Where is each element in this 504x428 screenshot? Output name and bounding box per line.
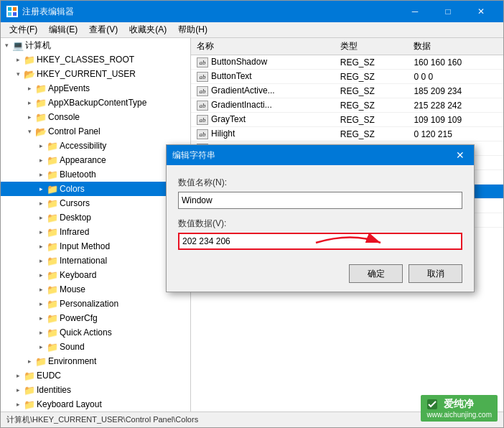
cancel-button[interactable]: 取消 <box>409 264 462 283</box>
tree-expander-appxbackup[interactable]: ▸ <box>24 97 35 108</box>
tree-expander-international[interactable]: ▸ <box>35 255 47 266</box>
title-controls: ─ □ ✕ <box>398 1 498 22</box>
reg-type-icon: ab <box>197 101 208 111</box>
col-data: 数据 <box>408 38 503 55</box>
tree-item-quickactions[interactable]: ▸📁Quick Actions <box>1 325 190 340</box>
maximize-button[interactable]: □ <box>431 1 465 22</box>
cell-data: 109 109 109 <box>408 113 503 127</box>
svg-rect-0 <box>8 7 11 11</box>
tree-item-sound[interactable]: ▸📁Sound <box>1 340 190 354</box>
table-row[interactable]: abButtonTextREG_SZ0 0 0 <box>191 70 503 84</box>
tree-item-identities[interactable]: ▸📁Identities <box>1 383 190 397</box>
minimize-button[interactable]: ─ <box>398 1 431 22</box>
tree-item-appevents[interactable]: ▸📁AppEvents <box>1 81 190 96</box>
tree-expander-mouse[interactable]: ▸ <box>35 284 47 295</box>
folder-icon-infrared: 📁 <box>47 226 58 238</box>
dialog-buttons: 确定 取消 <box>178 264 462 283</box>
folder-icon-appearance: 📁 <box>47 154 58 166</box>
tree-expander-computer[interactable]: ▾ <box>1 39 12 51</box>
tree-item-computer[interactable]: ▾💻计算机 <box>1 38 190 52</box>
folder-icon-eudc: 📁 <box>24 370 35 381</box>
folder-icon-mouse: 📁 <box>47 284 58 295</box>
name-input[interactable] <box>178 192 462 209</box>
tree-item-desktop[interactable]: ▸📁Desktop <box>1 210 190 225</box>
tree-expander-infrared[interactable]: ▸ <box>35 226 47 238</box>
tree-item-environment[interactable]: ▸📁Environment <box>1 354 190 368</box>
tree-expander-inputmethod[interactable]: ▸ <box>35 241 47 252</box>
tree-expander-appearance[interactable]: ▸ <box>35 154 47 166</box>
tree-expander-personalization[interactable]: ▸ <box>35 298 47 310</box>
menu-edit[interactable]: 编辑(E) <box>43 22 83 37</box>
tree-item-keyboardlayout[interactable]: ▸📁Keyboard Layout <box>1 397 190 411</box>
tree-expander-hkcu[interactable]: ▾ <box>12 68 24 80</box>
tree-expander-colors[interactable]: ▸ <box>35 183 47 195</box>
folder-icon-cursors: 📁 <box>47 197 58 209</box>
svg-rect-1 <box>13 7 17 11</box>
tree-expander-sound[interactable]: ▸ <box>35 341 47 353</box>
tree-expander-cursors[interactable]: ▸ <box>35 197 47 209</box>
menu-help[interactable]: 帮助(H) <box>172 22 213 37</box>
tree-item-infrared[interactable]: ▸📁Infrared <box>1 225 190 239</box>
tree-label-appevents: AppEvents <box>47 83 90 93</box>
tree-item-inputmethod[interactable]: ▸📁Input Method <box>1 239 190 253</box>
menu-favorites[interactable]: 收藏夹(A) <box>123 22 172 37</box>
menu-file[interactable]: 文件(F) <box>4 22 43 37</box>
window-title: 注册表编辑器 <box>22 6 74 18</box>
tree-expander-eudc[interactable]: ▸ <box>12 370 24 381</box>
tree-label-accessibility: Accessibility <box>58 141 106 151</box>
close-button[interactable]: ✕ <box>465 1 498 22</box>
tree-expander-controlpanel[interactable]: ▾ <box>24 126 35 137</box>
folder-icon-appevents: 📁 <box>35 83 47 94</box>
tree-expander-powercfg[interactable]: ▸ <box>35 312 47 324</box>
tree-item-eudc[interactable]: ▸📁EUDC <box>1 368 190 383</box>
tree-item-mouse[interactable]: ▸📁Mouse <box>1 282 190 297</box>
tree-item-powercfg[interactable]: ▸📁PowerCfg <box>1 311 190 325</box>
tree-expander-appevents[interactable]: ▸ <box>24 83 35 94</box>
tree-item-colors[interactable]: ▸📁Colors <box>1 182 190 196</box>
tree-expander-environment[interactable]: ▸ <box>24 355 35 367</box>
table-row[interactable]: abGrayTextREG_SZ109 109 109 <box>191 113 503 127</box>
table-row[interactable]: abGradientActive...REG_SZ185 209 234 <box>191 84 503 98</box>
tree-expander-bluetooth[interactable]: ▸ <box>35 169 47 180</box>
tree-expander-desktop[interactable]: ▸ <box>35 212 47 223</box>
tree-item-international[interactable]: ▸📁International <box>1 253 190 268</box>
tree-label-environment: Environment <box>47 356 96 366</box>
tree-label-computer: 计算机 <box>24 39 51 52</box>
tree-label-hkcr: HKEY_CLASSES_ROOT <box>35 55 134 65</box>
tree-item-cursors[interactable]: ▸📁Cursors <box>1 196 190 210</box>
tree-item-accessibility[interactable]: ▸📁Accessibility <box>1 139 190 153</box>
tree-label-hkcu: HKEY_CURRENT_USER <box>35 69 136 79</box>
tree-item-bluetooth[interactable]: ▸📁Bluetooth <box>1 167 190 182</box>
tree-expander-hkcr[interactable]: ▸ <box>12 54 24 65</box>
tree-expander-identities[interactable]: ▸ <box>12 384 24 396</box>
menu-view[interactable]: 查看(V) <box>83 22 123 37</box>
tree-expander-keyboard[interactable]: ▸ <box>35 269 47 281</box>
cell-type: REG_SZ <box>335 98 409 113</box>
cell-type: REG_SZ <box>335 84 409 98</box>
tree-expander-quickactions[interactable]: ▸ <box>35 327 47 338</box>
ok-button[interactable]: 确定 <box>349 264 403 283</box>
tree-item-controlpanel[interactable]: ▾📂Control Panel <box>1 124 190 139</box>
reg-type-icon: ab <box>197 129 208 139</box>
table-row[interactable]: abHilightREG_SZ0 120 215 <box>191 127 503 141</box>
reg-type-icon: ab <box>197 86 208 96</box>
dialog-title-bar: 编辑字符串 ✕ <box>167 145 474 165</box>
tree-item-console[interactable]: ▸📁Console <box>1 110 190 124</box>
tree-item-appxbackup[interactable]: ▸📁AppXBackupContentType <box>1 96 190 110</box>
tree-item-hkcu[interactable]: ▾📂HKEY_CURRENT_USER <box>1 67 190 81</box>
dialog-close-button[interactable]: ✕ <box>452 147 468 163</box>
tree-item-appearance[interactable]: ▸📁Appearance <box>1 153 190 167</box>
table-row[interactable]: abButtonShadowREG_SZ160 160 160 <box>191 55 503 70</box>
reg-type-icon: ab <box>197 72 208 82</box>
tree-item-hkcr[interactable]: ▸📁HKEY_CLASSES_ROOT <box>1 52 190 67</box>
title-bar-left: 注册表编辑器 <box>6 6 74 18</box>
cell-name: abButtonText <box>191 70 335 84</box>
tree-label-quickactions: Quick Actions <box>58 327 112 338</box>
tree-expander-console[interactable]: ▸ <box>24 111 35 123</box>
tree-item-keyboard[interactable]: ▸📁Keyboard <box>1 268 190 282</box>
tree-expander-accessibility[interactable]: ▸ <box>35 140 47 152</box>
table-row[interactable]: abGradientInacti...REG_SZ215 228 242 <box>191 98 503 113</box>
cell-type: REG_SZ <box>335 127 409 141</box>
tree-item-personalization[interactable]: ▸📁Personalization <box>1 297 190 311</box>
tree-expander-keyboardlayout[interactable]: ▸ <box>12 399 24 410</box>
